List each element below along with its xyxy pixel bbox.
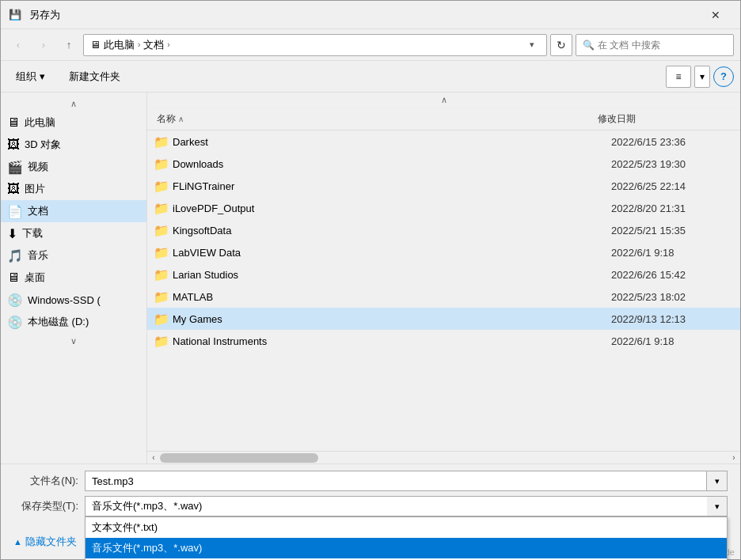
title-bar: 💾 另存为 ✕ [1,1,740,29]
file-name: National Instruments [173,335,608,347]
sidebar-item-videos[interactable]: 🎬 视频 [1,156,146,178]
folder-icon: 📁 [154,179,169,194]
file-date: 2022/6/26 15:42 [611,269,734,281]
sidebar-item-pictures[interactable]: 🖼 图片 [1,178,146,200]
help-button[interactable]: ? [713,66,734,87]
view-button[interactable]: ≡ [666,66,691,88]
file-name: Larian Studios [173,269,608,281]
horizontal-scrollbar[interactable]: ‹ › [147,451,740,464]
sidebar-label-downloads: 下载 [22,226,43,240]
view-dropdown-button[interactable]: ▾ [694,66,710,88]
sidebar-label-desktop: 桌面 [25,271,45,285]
file-name: LabVIEW Data [173,247,608,259]
file-row[interactable]: 📁 MATLAB 2022/5/23 18:02 [147,286,740,308]
file-row[interactable]: 📁 iLovePDF_Output 2022/8/20 21:31 [147,197,740,219]
column-date[interactable]: 修改日期 [595,112,721,126]
bottom-form: 文件名(N): ▾ 保存类型(T): 音乐文件(*.mp3、*.wav) ▾ 文… [1,464,740,528]
file-row[interactable]: 📁 National Instruments 2022/6/1 9:18 [147,330,740,352]
search-bar: 🔍 [576,34,734,56]
folder-icon: 📁 [154,223,169,238]
sidebar-label-local-disk: 本地磁盘 (D:) [28,315,89,329]
path-part-pc: 此电脑 [104,38,135,52]
file-row[interactable]: 📁 Downloads 2022/5/23 19:30 [147,153,740,175]
filename-dropdown-button[interactable]: ▾ [707,471,728,491]
filename-input[interactable] [85,471,707,491]
file-list[interactable]: 📁 Darkest 2022/6/15 23:36 📁 Downloads 20… [147,131,740,451]
search-icon: 🔍 [583,40,595,51]
address-dropdown-button[interactable]: ▾ [524,35,540,55]
folder-icon: 📁 [154,334,169,349]
scroll-up-indicator: ∧ [1,96,146,112]
path-separator-2: › [167,40,169,49]
sidebar-item-this-pc[interactable]: 🖥 此电脑 [1,112,146,134]
forward-button[interactable]: › [32,34,55,56]
toggle-label-text: 隐藏文件夹 [25,535,77,549]
nav-bar: ‹ › ↑ 🖥 此电脑 › 文档 › ▾ ↻ 🔍 [1,29,740,61]
file-name: My Games [173,313,608,325]
file-name: Downloads [173,158,608,170]
sidebar-item-desktop[interactable]: 🖥 桌面 [1,267,146,289]
organize-button[interactable]: 组织 ▾ [7,66,54,88]
hide-folders-toggle[interactable]: ▲ 隐藏文件夹 [13,535,77,549]
sidebar-item-windows-ssd[interactable]: 💿 Windows-SSD ( [1,289,146,311]
sidebar-label-windows-ssd: Windows-SSD ( [28,294,101,306]
back-button[interactable]: ‹ [7,34,29,56]
file-date: 2022/6/15 23:36 [611,136,734,148]
scroll-down-indicator[interactable]: ∨ [1,333,146,349]
file-row[interactable]: 📁 FLiNGTrainer 2022/6/25 22:14 [147,175,740,197]
sidebar-label-videos: 视频 [28,160,48,174]
file-name: Darkest [173,136,608,148]
sidebar-item-documents[interactable]: 📄 文档 [1,200,146,222]
filetype-dropdown: 文本文件(*.txt) 音乐文件(*.mp3、*.wav) 所有文件(*.*) [85,516,728,560]
file-name: iLovePDF_Output [173,202,608,214]
new-folder-button[interactable]: 新建文件夹 [60,66,129,88]
path-icon: 🖥 [90,39,101,51]
scroll-track[interactable] [160,452,728,464]
dialog-title: 另存为 [29,8,697,22]
folder-icon: 📁 [154,289,169,305]
file-row-my-games[interactable]: 📁 My Games 2022/9/13 12:13 [147,308,740,330]
address-path: 此电脑 › 文档 › [104,38,521,52]
filetype-display[interactable]: 音乐文件(*.mp3、*.wav) [85,496,728,516]
folder-icon: 📁 [154,245,169,260]
filename-row: 文件名(N): ▾ [13,471,728,491]
sidebar-item-3d-objects[interactable]: 🖼 3D 对象 [1,134,146,156]
sidebar-label-pictures: 图片 [25,182,45,196]
this-pc-icon: 🖥 [7,115,20,130]
file-date: 2022/5/23 19:30 [611,158,734,170]
dialog-window: 💾 另存为 ✕ ‹ › ↑ 🖥 此电脑 › 文档 › ▾ ↻ 🔍 组 [0,0,741,560]
sidebar-label-documents: 文档 [28,204,48,218]
sidebar-item-downloads[interactable]: ⬇ 下载 [1,222,146,244]
column-name[interactable]: 名称 ∧ [154,112,595,126]
close-button[interactable]: ✕ [697,2,734,28]
file-row[interactable]: 📁 KingsoftData 2022/5/21 15:35 [147,219,740,241]
scroll-left-button[interactable]: ‹ [147,452,160,464]
file-row[interactable]: 📁 Larian Studios 2022/6/26 15:42 [147,263,740,286]
toolbar: 组织 ▾ 新建文件夹 ≡ ▾ ? [1,61,740,93]
file-area: ∧ 名称 ∧ 修改日期 📁 Darkest 2022/6/15 23:36 [147,93,740,464]
dropdown-option-txt[interactable]: 文本文件(*.txt) [86,517,727,538]
sidebar-label-3d-objects: 3D 对象 [25,138,61,152]
file-date: 2022/6/1 9:18 [611,247,734,259]
up-button[interactable]: ↑ [58,34,80,56]
sidebar: ∧ 🖥 此电脑 🖼 3D 对象 🎬 视频 🖼 图片 📄 文档 [1,93,147,464]
documents-icon: 📄 [7,204,23,219]
sidebar-label-music: 音乐 [28,248,48,263]
scroll-right-button[interactable]: › [728,452,740,464]
scroll-to-top-indicator[interactable]: ∧ [147,93,740,108]
refresh-button[interactable]: ↻ [550,34,572,56]
file-date: 2022/5/23 18:02 [611,291,734,303]
file-row[interactable]: 📁 LabVIEW Data 2022/6/1 9:18 [147,241,740,263]
sidebar-label-this-pc: 此电脑 [25,115,55,130]
file-row[interactable]: 📁 Darkest 2022/6/15 23:36 [147,131,740,153]
main-area: ∧ 🖥 此电脑 🖼 3D 对象 🎬 视频 🖼 图片 📄 文档 [1,93,740,464]
toolbar-right: ≡ ▾ ? [666,66,734,88]
filetype-label: 保存类型(T): [13,499,85,513]
3d-objects-icon: 🖼 [7,138,20,152]
dropdown-option-mp3[interactable]: 音乐文件(*.mp3、*.wav) [86,538,727,558]
sidebar-item-local-disk[interactable]: 💿 本地磁盘 (D:) [1,311,146,333]
sidebar-item-music[interactable]: 🎵 音乐 [1,244,146,267]
search-input[interactable] [598,40,727,51]
address-bar[interactable]: 🖥 此电脑 › 文档 › ▾ [83,34,547,56]
filename-label: 文件名(N): [13,474,85,488]
